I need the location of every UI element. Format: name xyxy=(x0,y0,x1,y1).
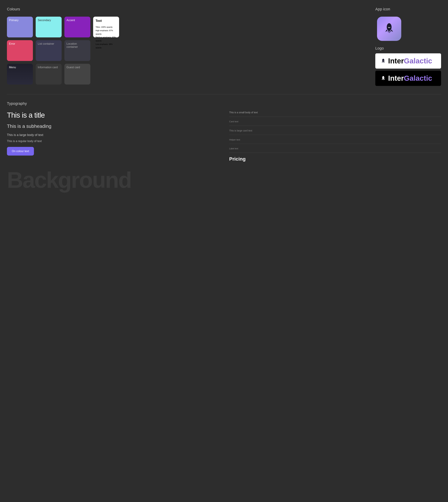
colours-title: Colours xyxy=(7,7,365,11)
typography-section: Typography This is a title This is a sub… xyxy=(7,101,441,162)
logo-text-dark: InterGalactic xyxy=(388,74,432,83)
label-text-sample: Label text xyxy=(229,147,441,153)
typography-left: This is a title This is a subheading Thi… xyxy=(7,111,219,162)
primary-swatch: Primary xyxy=(7,17,33,37)
app-icon-title: App icon xyxy=(375,7,441,11)
secondary-swatch: Secondary xyxy=(36,17,62,37)
colours-section: Colours Primary Secondary Accent Text Ti… xyxy=(7,7,365,87)
logo-light: InterGalactic xyxy=(375,53,441,68)
typography-right: This is a small body of text Card text T… xyxy=(229,111,441,162)
text-swatch: Text Titles: 100% opacity High emphasis:… xyxy=(93,17,119,37)
svg-rect-2 xyxy=(388,31,388,32)
small-body-sample: This is a small body of text xyxy=(229,111,441,117)
list-container-swatch: List container xyxy=(36,40,62,61)
rocket-icon xyxy=(382,22,396,36)
title-sample: This is a title xyxy=(7,111,219,119)
information-card-swatch: Information card xyxy=(36,64,62,84)
accent-swatch: Accent xyxy=(64,17,90,37)
logo-title: Logo xyxy=(375,46,441,50)
text-opacity-1: Titles: 100% opacity xyxy=(96,25,117,29)
helper-text-sample: Helper text xyxy=(229,138,441,144)
large-card-text-sample: This is large card text xyxy=(229,129,441,135)
background-watermark: Background xyxy=(7,169,441,191)
svg-rect-4 xyxy=(390,31,391,32)
large-body-sample: This is a large body of text xyxy=(7,133,219,137)
guest-card-swatch: Guest card xyxy=(64,64,90,84)
logo-section: Logo InterGalactic xyxy=(375,46,441,86)
logo-rocket-dark-icon xyxy=(381,76,386,81)
pricing-sample: Pricing xyxy=(229,156,441,162)
typography-grid: This is a title This is a subheading Thi… xyxy=(7,111,441,162)
logo-rocket-light-icon xyxy=(381,58,386,64)
text-opacity-2: High emphasis: 87% opacity xyxy=(96,29,117,36)
card-text-sample: Card text xyxy=(229,120,441,126)
app-icon xyxy=(377,17,401,41)
svg-rect-13 xyxy=(383,79,383,80)
colour-row-3: Menu Information card Guest card xyxy=(7,64,365,84)
subheading-sample: This is a subheading xyxy=(7,123,219,129)
typography-title: Typography xyxy=(7,101,441,106)
svg-rect-8 xyxy=(383,62,383,63)
logo-dark: InterGalactic xyxy=(375,71,441,86)
svg-rect-3 xyxy=(389,31,389,33)
location-container-swatch: Location container xyxy=(64,40,90,61)
error-swatch: Error xyxy=(7,40,33,61)
logo-text-light: InterGalactic xyxy=(388,57,432,65)
on-colour-button[interactable]: On colour text xyxy=(7,147,34,156)
app-icon-section: App icon xyxy=(375,7,441,87)
app-icon-wrapper: App icon xyxy=(375,7,441,41)
colour-row-2: Error List container Location container xyxy=(7,40,365,61)
text-opacity-4: Low emphasis: 38% opacity xyxy=(96,43,117,50)
colour-row-1: Primary Secondary Accent Text Titles: 10… xyxy=(7,17,365,37)
menu-swatch: Menu xyxy=(7,64,33,84)
text-opacity-3: Medium emphasis: 60% opacity xyxy=(96,36,117,43)
regular-body-sample: This is a regular body of text xyxy=(7,140,219,143)
